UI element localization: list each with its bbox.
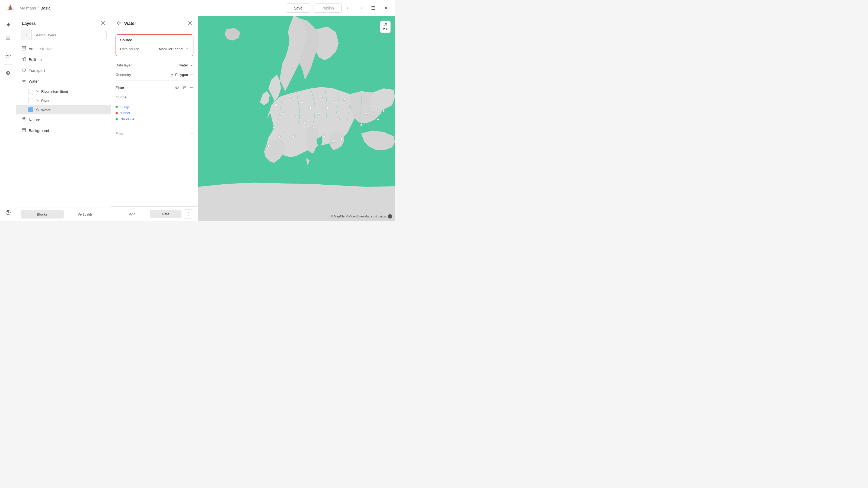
menu-icon[interactable]: ☰ (369, 4, 377, 12)
filter-section: Filter brunnel bridge (111, 82, 198, 126)
layer-item-water[interactable]: Water (16, 105, 111, 115)
svg-rect-17 (24, 58, 26, 61)
layer-group-water[interactable]: Water (16, 76, 111, 87)
publish-button[interactable]: Publish (314, 3, 342, 13)
icon-sidebar (0, 16, 16, 221)
river-geom-icon (35, 98, 39, 103)
data-panel-close-icon[interactable] (187, 21, 192, 27)
svg-point-66 (293, 135, 294, 137)
svg-point-20 (23, 71, 23, 72)
forward-icon[interactable]: → (357, 4, 365, 12)
geometry-row: Geometry Polygon (111, 70, 198, 79)
filter-settings-icon[interactable] (182, 85, 186, 90)
svg-point-52 (355, 113, 356, 115)
builtup-icon (22, 57, 26, 62)
sidebar-sep-1 (4, 46, 12, 47)
svg-point-65 (341, 138, 342, 140)
svg-marker-22 (36, 108, 38, 111)
add-filter-plus-icon[interactable]: + (190, 131, 193, 136)
sidebar-icon-layers[interactable] (3, 33, 13, 43)
filter-rotate-icon[interactable] (175, 85, 179, 90)
zoom-value: 2.2 (383, 27, 388, 31)
svg-point-42 (275, 104, 277, 106)
layers-close-icon[interactable] (101, 21, 105, 27)
filter-header: Filter (116, 85, 193, 90)
svg-rect-16 (22, 58, 24, 61)
back-icon[interactable]: ← (344, 4, 352, 12)
transport-icon (22, 68, 26, 73)
svg-point-56 (273, 127, 275, 129)
svg-point-61 (366, 113, 368, 115)
river-color (28, 98, 33, 103)
svg-point-70 (383, 110, 384, 112)
close-icon[interactable]: ✕ (382, 4, 390, 12)
river-intermittent-geom-icon (35, 89, 39, 94)
data-source-value[interactable]: MapTiler Planet (159, 47, 189, 51)
river-intermittent-color (28, 89, 33, 94)
sidebar-icon-puzzle[interactable] (3, 68, 13, 78)
novalue-value[interactable]: No value (120, 117, 134, 121)
svg-rect-6 (6, 38, 10, 38)
data-source-row: Data source MapTiler Planet (120, 45, 189, 53)
save-button[interactable]: Save (286, 3, 310, 13)
tab-data[interactable]: Data (150, 210, 182, 218)
blocks-tab[interactable]: Blocks (21, 210, 64, 219)
breadcrumb: My maps / Basic (20, 6, 286, 10)
sidebar-icon-help[interactable] (3, 207, 13, 218)
layer-group-transport[interactable]: Transport (16, 65, 111, 76)
svg-point-43 (282, 112, 284, 114)
water-layer-label: Water (41, 108, 51, 112)
data-layer-row: Data layer water (111, 61, 198, 70)
layer-item-river[interactable]: River (16, 96, 111, 105)
water-color (28, 107, 33, 112)
main-layout: Layers + Administrative Built-up (0, 16, 395, 221)
tunnel-value[interactable]: tunnel (120, 111, 130, 115)
filter-tag: brunnel (116, 94, 193, 100)
data-panel-back-icon[interactable] (117, 21, 122, 27)
filter-minus-icon[interactable] (189, 85, 193, 90)
map-zoom-badge: ⏱ 2.2 (380, 21, 391, 33)
sidebar-icon-lightning[interactable] (3, 20, 13, 30)
svg-point-53 (296, 116, 297, 118)
layer-group-water-label: Water (29, 79, 39, 84)
layer-group-nature-label: Nature (29, 118, 40, 122)
svg-point-37 (183, 86, 184, 87)
svg-marker-33 (170, 73, 173, 76)
breadcrumb-link[interactable]: My maps (20, 6, 36, 10)
map-copyright: © MapTiler © OpenStreetMap contributors … (331, 214, 392, 219)
layer-group-builtup[interactable]: Built-up (16, 54, 111, 65)
data-source-label: Data source (120, 47, 139, 51)
geometry-value[interactable]: Polygon (170, 73, 193, 77)
tab-style[interactable]: Style (116, 210, 148, 218)
svg-point-69 (377, 119, 379, 120)
layer-item-river-intermittent[interactable]: River intermittent (16, 87, 111, 96)
bridge-value[interactable]: bridge (120, 105, 130, 109)
search-input[interactable] (32, 33, 106, 37)
tab-code[interactable]: {} (184, 209, 193, 219)
sidebar-icon-settings[interactable] (3, 50, 13, 61)
add-layer-button[interactable]: + (21, 30, 32, 40)
app-logo (5, 3, 15, 13)
svg-point-55 (312, 127, 314, 129)
svg-point-50 (343, 99, 345, 100)
svg-point-21 (24, 71, 25, 72)
svg-point-46 (310, 107, 311, 109)
verticality-tab[interactable]: Verticality (64, 210, 107, 219)
topbar-actions: Save Publish (286, 3, 342, 13)
topbar: My maps / Basic Save Publish ← → ☰ ✕ (0, 0, 395, 16)
info-icon[interactable]: i (388, 214, 392, 219)
svg-point-60 (321, 96, 322, 98)
layer-group-background[interactable]: Background (16, 125, 111, 136)
map-area[interactable]: ⏱ 2.2 © MapTiler © OpenStreetMap contrib… (198, 16, 395, 221)
water-group-icon (22, 78, 26, 84)
layer-group-nature[interactable]: Nature (16, 115, 111, 125)
river-label: River (41, 99, 50, 103)
svg-rect-13 (22, 46, 26, 50)
layer-group-administrative[interactable]: Administrative (16, 43, 111, 54)
data-layer-value[interactable]: water (179, 63, 193, 67)
svg-point-49 (335, 102, 337, 103)
svg-point-59 (338, 119, 339, 120)
map-background: ⏱ 2.2 © MapTiler © OpenStreetMap contrib… (198, 16, 395, 221)
zoom-icon: ⏱ (383, 23, 388, 27)
layer-group-transport-label: Transport (29, 68, 45, 73)
